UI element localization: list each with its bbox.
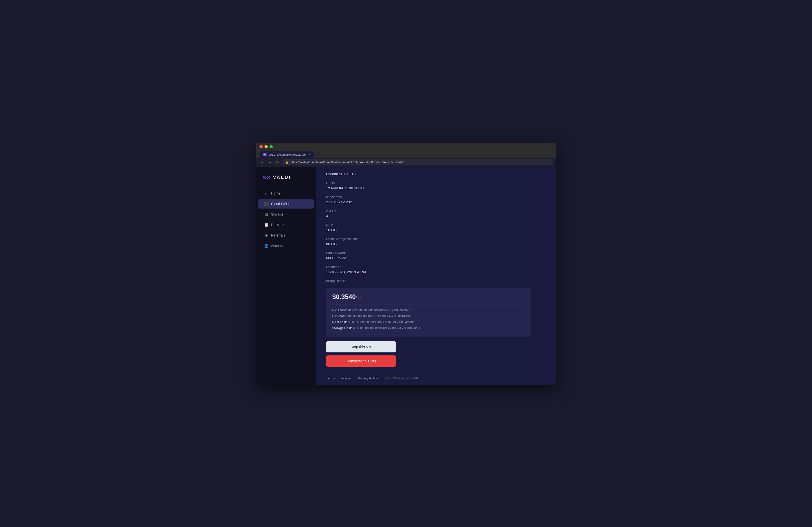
storage-value: 80 GB [326,242,531,246]
sidebar-item-label-cloud-gpus: Cloud GPUs [271,202,290,206]
reload-button[interactable]: ↻ [275,160,280,165]
port-label: Port Forwards [326,251,531,255]
ip-label: IP Address [326,195,531,199]
ram-cost-label: RAM cost: [332,320,347,324]
gpu-cost-label: GPU cost: [332,308,347,312]
billing-rate: $0.3540/hour [332,293,525,304]
gpu-cost-detail: $0.292000000000/GPU-hour x 1 = $0.292/ho… [348,308,410,312]
logo-icon: ✕✕ [262,174,271,181]
logo: ✕✕ VALDI [256,172,316,188]
sidebar-item-docs[interactable]: 📋 Docs ↗ [258,220,314,229]
gpus-info-block: GPUs 1x NVIDIA V100 16GB [326,181,531,190]
storage-info-block: Local Storage Volume 80 GB [326,237,531,246]
url-text: https://valdi.ai/dashboard/direct/vm/ins… [290,161,404,164]
home-icon: ⌂ [264,191,269,196]
billing-section-title: Billing Details [326,279,531,283]
gpus-label: GPUs [326,181,531,185]
stop-vm-button[interactable]: Stop this VM [326,341,396,352]
sidebar-item-label-storage: Storage [271,212,283,216]
terminate-vm-button[interactable]: Terminate this VM [326,356,396,367]
tab-favicon: ✕ [263,153,266,156]
vcpus-info-block: vCPUs 4 [326,209,531,218]
ram-cost-line: RAM cost: $0.002500000000/GB-hour x 16 G… [332,320,525,325]
sidebar-item-cloud-gpus[interactable]: ⬛ Cloud GPUs [258,199,314,209]
sidebar-item-home[interactable]: ⌂ Home [258,189,314,198]
account-icon: 👤 [264,243,269,248]
billing-rate-unit: /hour [356,296,364,300]
tab-close-button[interactable]: ✕ [308,153,310,156]
billing-rate-value: $0.3540 [332,293,356,300]
sidebar-item-account[interactable]: 👤 Account [258,241,314,251]
traffic-light-yellow[interactable] [264,145,268,148]
external-link-icon-storage: ↗ [286,213,288,215]
new-tab-button[interactable]: + [315,150,322,158]
browser-tab-active[interactable]: ✕ VALDI | Affordable, reliable GP ✕ [260,151,314,158]
cloud-gpus-icon: ⬛ [264,201,269,206]
gpus-value: 1x NVIDIA V100 16GB [326,186,531,190]
sidebar-item-storage[interactable]: ▤ Storage ↗ [258,210,314,219]
terms-of-service-link[interactable]: Terms of Service [326,376,350,380]
copyright-text: © 2023 Valdi Labs PBC [386,376,420,380]
traffic-light-green[interactable] [270,145,273,148]
back-button[interactable]: ← [259,160,264,165]
sidebar-item-label-account: Account [271,244,284,248]
sidebar: ✕✕ VALDI ⌂ Home ⬛ Cloud GPUs ▤ Storage ↗… [256,167,316,385]
page-footer: Terms of Service Privacy Policy © 2023 V… [316,372,556,385]
url-input[interactable]: 🔒 https://valdi.ai/dashboard/direct/vm/i… [282,159,553,165]
created-label: Created At [326,265,531,269]
tab-title: VALDI | Affordable, reliable GP [269,153,306,156]
storage-label: Local Storage Volume [326,237,531,241]
cpu-cost-line: CPU cost: $0.003500000000/CPU-hour x 4 =… [332,314,525,318]
gpu-cost-line: GPU cost: $0.292000000000/GPU-hour x 1 =… [332,308,525,313]
external-link-icon-docs: ↗ [282,223,284,226]
address-bar: ← → ↻ 🔒 https://valdi.ai/dashboard/direc… [256,158,556,167]
os-info-block: Ubuntu 20.04 LTS [326,172,531,176]
created-value: 11/10/2023, 2:01:04 PM [326,270,531,274]
ram-label: RAM [326,223,531,227]
cpu-cost-detail: $0.003500000000/CPU-hour x 4 = $0.014/ho… [348,314,410,318]
storage-icon: ▤ [264,212,269,216]
main-content: Ubuntu 20.04 LTS GPUs 1x NVIDIA V100 16G… [316,167,556,385]
vcpus-value: 4 [326,214,531,218]
cpu-cost-label: CPU cost: [332,314,347,318]
ram-info-block: RAM 16 GB [326,223,531,232]
port-info-block: Port Forwards 60002 to 22 [326,251,531,260]
logo-text: VALDI [273,175,291,180]
sidebar-item-label-docs: Docs [271,223,279,227]
ram-value: 16 GB [326,228,531,232]
ram-cost-detail: $0.002500000000/GB-hour x 16 GB = $0.04/… [348,320,414,324]
privacy-policy-link[interactable]: Privacy Policy [358,376,378,380]
storage-cost-label: Storage Cost: [332,327,352,330]
sidebar-item-referrals[interactable]: ◈ Referrals [258,230,314,240]
port-value: 60002 to 22 [326,256,531,260]
ip-value: 217.79.242.232 [326,200,531,204]
sidebar-item-label-home: Home [271,191,280,195]
billing-card: $0.3540/hour GPU cost: $0.292000000000/G… [326,288,531,337]
lock-icon: 🔒 [286,161,289,164]
storage-cost-detail: $0.000100000000/GB-hour x 80 GB = $0.008… [353,327,420,330]
sidebar-item-label-referrals: Referrals [271,233,285,237]
vcpus-label: vCPUs [326,209,531,213]
referrals-icon: ◈ [264,233,269,238]
storage-cost-line: Storage Cost: $0.000100000000/GB-hour x … [332,326,525,330]
forward-button[interactable]: → [267,160,273,165]
traffic-light-red[interactable] [260,145,263,148]
created-info-block: Created At 11/10/2023, 2:01:04 PM [326,265,531,274]
docs-icon: 📋 [264,223,269,227]
os-value: Ubuntu 20.04 LTS [326,172,531,176]
billing-section-title-block: Billing Details [326,279,531,283]
ip-info-block: IP Address 217.79.242.232 [326,195,531,204]
